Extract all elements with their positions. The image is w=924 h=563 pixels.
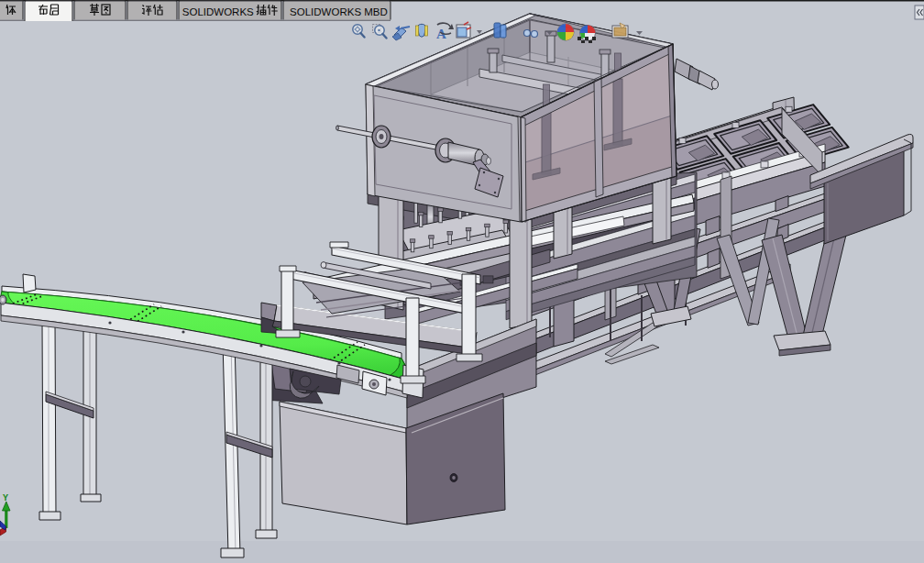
svg-text:Y: Y bbox=[3, 493, 8, 503]
svg-text:SOLIDWORKS: SOLIDWORKS bbox=[182, 6, 254, 17]
svg-text:SOLIDWORKS MBD: SOLIDWORKS MBD bbox=[290, 6, 388, 17]
